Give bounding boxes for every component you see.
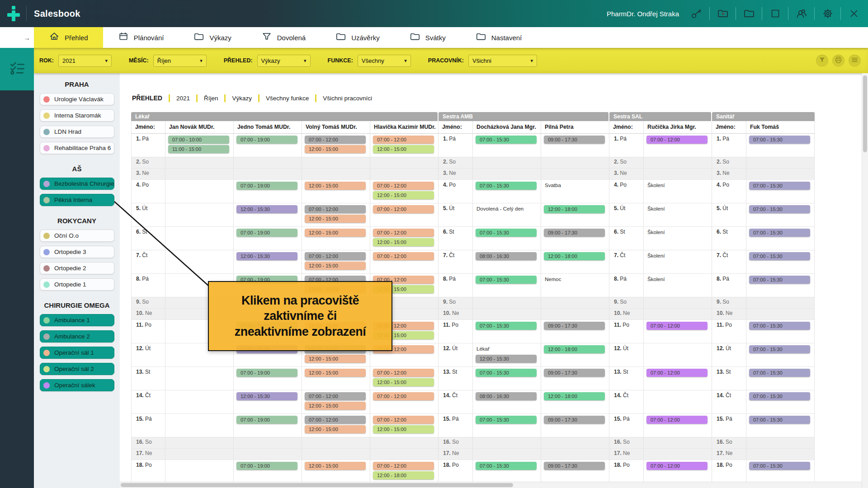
shift-block[interactable]: 07:00 - 12:00 (646, 462, 708, 470)
shift-cell[interactable]: 07:00 - 15:30 (473, 134, 541, 157)
nav-forward-arrow-icon[interactable]: → (0, 27, 34, 48)
shift-cell[interactable] (165, 203, 234, 227)
menu-button[interactable] (849, 55, 861, 67)
shift-block[interactable]: 12:00 - 15:00 (305, 215, 366, 223)
shift-block[interactable]: 07:00 - 19:00 (236, 416, 297, 424)
shift-block[interactable]: 12:00 - 15:30 (236, 252, 297, 260)
shift-cell[interactable]: 09:00 - 17:30 (541, 460, 609, 483)
shift-cell[interactable]: Školení (644, 203, 712, 227)
workplace-ldn-hrad[interactable]: LDN Hrad (40, 126, 114, 138)
shift-block[interactable]: 12:00 - 15:00 (305, 369, 366, 377)
folder-new-icon[interactable]: N (717, 8, 729, 20)
shift-cell[interactable]: 07:00 - 12:0012:00 - 15:00 (370, 227, 439, 250)
shift-cell[interactable] (165, 367, 234, 390)
shift-cell[interactable]: 07:00 - 12:0012:00 - 15:00 (370, 134, 439, 157)
workplace-bezbolestna-chirurgie[interactable]: Bezbolestná Chirurgie (40, 178, 114, 190)
shift-cell[interactable]: 07:00 - 12:00 (370, 390, 439, 414)
shift-cell[interactable]: 07:00 - 15:30 (746, 134, 815, 157)
shift-block[interactable]: 07:00 - 15:30 (749, 205, 810, 213)
filter-button[interactable] (816, 55, 828, 67)
shift-cell[interactable]: 08:00 - 16:30 (473, 250, 541, 274)
shift-block[interactable]: 12:00 - 18:00 (544, 205, 605, 213)
shift-block[interactable]: 12:00 - 15:00 (305, 229, 366, 237)
shift-cell[interactable]: 07:00 - 15:30 (746, 343, 815, 367)
shift-cell[interactable]: 07:00 - 15:30 (473, 274, 541, 297)
workplace-ambulance-1[interactable]: Ambulance 1 (40, 314, 114, 326)
workplace-ocni-o-o[interactable]: Oční O.o (40, 230, 114, 242)
shift-cell[interactable]: 07:00 - 15:30 (473, 414, 541, 437)
shift-block[interactable]: 07:00 - 15:30 (749, 252, 810, 260)
shift-block[interactable]: 07:00 - 12:00 (305, 392, 366, 400)
shift-block[interactable]: 12:00 - 15:30 (236, 205, 297, 213)
shift-cell[interactable]: 07:00 - 12:0012:00 - 15:00 (370, 367, 439, 390)
workplace-operacni-sal-2[interactable]: Operační sál 2 (40, 363, 114, 375)
shift-block[interactable]: 12:00 - 18:00 (544, 252, 605, 260)
shift-block[interactable]: 07:00 - 12:00 (373, 462, 434, 470)
shift-cell[interactable] (746, 449, 815, 460)
shift-cell[interactable] (165, 449, 234, 460)
shift-cell[interactable]: Školení (644, 227, 712, 250)
shift-block[interactable]: 12:00 - 15:00 (305, 145, 366, 153)
shift-cell[interactable]: 09:00 - 17:30 (541, 367, 609, 390)
shift-cell[interactable] (473, 449, 541, 460)
shift-block[interactable]: 09:00 - 17:30 (544, 322, 605, 330)
workplace-ortopedie-2[interactable]: Ortopedie 2 (40, 262, 114, 274)
shift-block[interactable]: 07:00 - 12:00 (646, 416, 708, 424)
workplace-urologie-vaclavak[interactable]: Urologie Václavák (40, 93, 114, 105)
shift-cell[interactable]: 12:00 - 18:00 (541, 390, 609, 414)
shift-cell[interactable]: 07:00 - 12:00 (644, 460, 712, 483)
workplace-operacni-salek[interactable]: Operační sálek (40, 379, 114, 391)
shift-cell[interactable] (234, 157, 302, 169)
shift-block[interactable]: 07:00 - 19:00 (236, 369, 297, 377)
shift-cell[interactable] (541, 157, 609, 169)
shift-block[interactable]: 07:00 - 12:00 (305, 252, 366, 260)
tab-planovani[interactable]: Plánování (103, 27, 179, 48)
shift-cell[interactable] (644, 309, 712, 320)
shift-cell[interactable] (234, 169, 302, 180)
shift-cell[interactable]: 12:00 - 18:00 (541, 250, 609, 274)
shift-cell[interactable]: 09:00 - 17:30 (541, 134, 609, 157)
shift-block[interactable]: 07:00 - 12:00 (373, 252, 434, 260)
shift-block[interactable]: 07:00 - 12:00 (646, 136, 708, 144)
shift-block[interactable]: 07:00 - 15:30 (749, 229, 810, 237)
shift-cell[interactable]: 12:00 - 15:30 (234, 390, 302, 414)
shift-cell[interactable] (746, 169, 815, 180)
shift-cell[interactable]: 07:00 - 15:30 (473, 367, 541, 390)
shift-cell[interactable] (302, 437, 370, 449)
shift-block[interactable]: 07:00 - 19:00 (236, 182, 297, 190)
shift-cell[interactable]: 07:00 - 19:00 (234, 460, 302, 483)
shift-cell[interactable]: 07:00 - 15:30 (746, 414, 815, 437)
shift-cell[interactable] (541, 297, 609, 309)
shift-block[interactable]: 12:00 - 15:00 (305, 182, 366, 190)
shift-cell[interactable]: Školení (644, 250, 712, 274)
shift-cell[interactable]: 07:00 - 19:00 (234, 180, 302, 203)
shift-cell[interactable]: 07:00 - 19:00 (234, 227, 302, 250)
shift-block[interactable]: 07:00 - 15:30 (476, 182, 537, 190)
shift-cell[interactable]: 09:00 - 17:30 (541, 320, 609, 343)
shift-cell[interactable]: 07:00 - 15:30 (473, 180, 541, 203)
shift-cell[interactable]: Lékař12:00 - 15:30 (473, 343, 541, 367)
tab-vykazy[interactable]: Výkazy (179, 27, 246, 48)
settings-icon[interactable] (821, 8, 834, 20)
shift-cell[interactable] (165, 227, 234, 250)
shift-cell[interactable]: 07:00 - 15:30 (746, 250, 815, 274)
vertical-scrollbar-thumb[interactable] (863, 75, 867, 152)
shift-cell[interactable]: 07:00 - 15:30 (746, 274, 815, 297)
shift-block[interactable]: 07:00 - 12:00 (373, 369, 434, 377)
shift-cell[interactable] (473, 157, 541, 169)
shift-cell[interactable]: 07:00 - 10:0011:00 - 15:00 (165, 134, 234, 157)
shift-cell[interactable] (165, 390, 234, 414)
shift-block[interactable]: 11:00 - 15:00 (168, 145, 229, 153)
shift-block[interactable]: 07:00 - 15:30 (749, 416, 810, 424)
shift-cell[interactable] (165, 414, 234, 437)
shift-cell[interactable]: 07:00 - 12:00 (370, 203, 439, 227)
tab-uzaverky[interactable]: Uzávěrky (321, 27, 395, 48)
shift-block[interactable]: 12:00 - 15:00 (373, 145, 434, 153)
shift-cell[interactable] (473, 169, 541, 180)
shift-block[interactable]: 07:00 - 15:30 (476, 276, 537, 284)
shift-cell[interactable]: Nemoc (541, 274, 609, 297)
shift-cell[interactable]: 07:00 - 12:0012:00 - 15:00 (370, 180, 439, 203)
shift-cell[interactable] (541, 437, 609, 449)
shift-cell[interactable] (746, 309, 815, 320)
shift-block[interactable]: 12:00 - 15:00 (305, 262, 366, 270)
